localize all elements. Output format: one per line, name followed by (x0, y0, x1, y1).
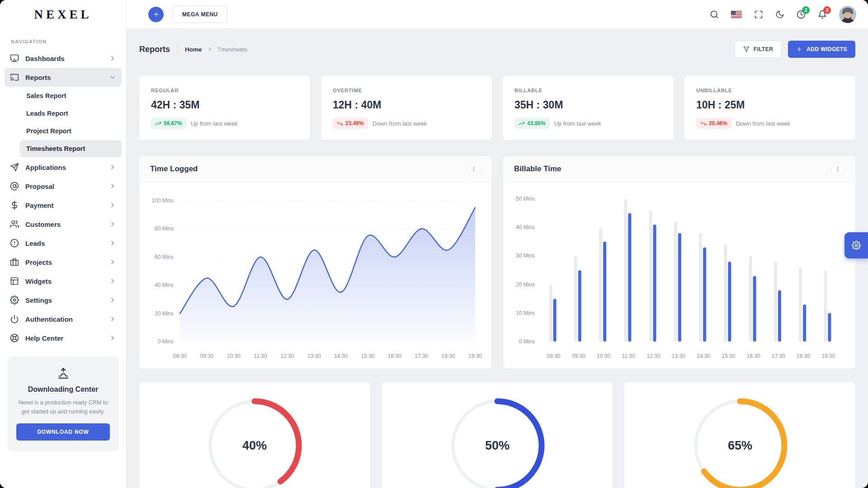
y-axis-tick: 40 Mins (516, 224, 535, 230)
search-icon[interactable] (710, 10, 719, 19)
bar-blue (553, 299, 557, 342)
sidebar-item-reports[interactable]: Reports (5, 68, 122, 87)
sidebar-item-widgets[interactable]: Widgets (5, 272, 122, 291)
download-now-button[interactable]: DOWNLOAD NOW (16, 423, 110, 441)
stat-delta-value: 43.85% (527, 120, 546, 127)
chevron-right-icon (109, 315, 116, 323)
kebab-menu-icon (471, 166, 477, 172)
bell-icon[interactable]: 3 (818, 10, 827, 19)
notifications-badge: 3 (823, 6, 831, 14)
x-axis-tick: 17:30 (772, 353, 785, 359)
x-axis-tick: 16:30 (747, 353, 760, 359)
stat-note: Down from last week (736, 120, 791, 127)
filter-icon (743, 46, 750, 52)
donut-chart: 40% (204, 395, 305, 488)
y-axis-tick: 10 Mins (516, 310, 535, 316)
sidebar-nav: DashboardsReportsSales ReportLeads Repor… (0, 49, 126, 347)
app-screen: NEXEL NAVIGATION DashboardsReportsSales … (0, 0, 868, 488)
filter-button[interactable]: FILTER (735, 41, 782, 58)
trending-down-icon (337, 121, 343, 127)
header-divider (177, 45, 178, 54)
billable-time-title: Billable Time (514, 164, 561, 174)
sidebar-item-help-center[interactable]: Help Center (5, 328, 122, 347)
y-axis-tick: 50 Mins (516, 196, 535, 202)
sidebar-subitem-leads-report[interactable]: Leads Report (20, 105, 122, 122)
stat-card-unbillable: UNBILLABLE10H : 25M20.46%Down from last … (684, 76, 855, 140)
billable-time-card: Billable Time 0 Mins10 Mins20 Mins30 Min… (503, 156, 855, 369)
bar-gray (599, 227, 602, 342)
bar-gray (699, 233, 702, 342)
sidebar-item-projects[interactable]: Projects (5, 253, 122, 272)
stat-card-regular: REGULAR42H : 35M56.67%Up from last week (139, 76, 310, 140)
y-axis-tick: 20 Mins (516, 282, 535, 288)
filter-button-label: FILTER (754, 46, 774, 52)
breadcrumb-home-link[interactable]: Home (185, 46, 202, 53)
quick-add-button[interactable] (148, 7, 164, 22)
theme-customizer-button[interactable] (844, 232, 868, 258)
chevron-right-icon (109, 277, 116, 285)
moon-icon[interactable] (775, 10, 784, 19)
bar-blue (828, 313, 831, 342)
brand-logo-text: NEXEL (34, 8, 92, 22)
bar-gray (649, 210, 652, 342)
time-logged-chart: 0 Mins20 Mins40 Mins60 Mins80 Mins100 Mi… (139, 182, 491, 369)
sidebar-item-proposal[interactable]: Proposal (5, 177, 122, 196)
sidebar-item-applications[interactable]: Applications (5, 158, 122, 177)
y-axis-tick: 30 Mins (516, 253, 535, 259)
sidebar-item-settings[interactable]: Settings (5, 291, 122, 310)
x-axis-tick: 12:30 (647, 353, 660, 359)
add-widgets-label: ADD WIDGETS (807, 46, 847, 52)
x-axis-tick: 15:30 (361, 353, 375, 359)
stat-delta-value: 56.67% (164, 120, 182, 127)
bar-blue (778, 290, 781, 342)
time-logged-area (180, 208, 475, 342)
time-logged-menu-button[interactable] (467, 162, 481, 176)
chevron-right-icon (109, 183, 116, 190)
sidebar-item-authentication[interactable]: Authentication (5, 310, 122, 328)
stat-note: Down from last week (373, 120, 427, 127)
x-axis-tick: 11:30 (254, 353, 267, 359)
stat-footer: 43.85%Up from last week (514, 118, 662, 129)
gear-icon (10, 296, 19, 305)
stat-label: OVERTIME (333, 88, 480, 93)
stat-footer: 23.49%Down from last week (333, 118, 480, 129)
sidebar-subitem-sales-report[interactable]: Sales Report (20, 87, 122, 104)
chevron-right-icon (109, 164, 116, 171)
clock-icon[interactable]: 2 (797, 10, 806, 19)
trending-down-icon (700, 121, 706, 127)
x-axis-tick: 18:30 (442, 353, 455, 359)
sidebar-item-dashboards[interactable]: Dashboards (5, 49, 122, 68)
sidebar-item-leads[interactable]: Leads (5, 234, 122, 253)
user-avatar[interactable] (839, 6, 856, 23)
billable-time-menu-button[interactable] (831, 162, 844, 176)
briefcase-icon (10, 258, 19, 267)
x-axis-tick: 09:30 (200, 353, 213, 359)
download-center-card: Downloading Center Nexel is a production… (7, 357, 119, 451)
x-axis-tick: 08:30 (547, 353, 561, 359)
donut-percentage-label: 50% (485, 439, 509, 452)
sidebar-item-payment[interactable]: Payment (5, 196, 122, 215)
sidebar-subitem-project-report[interactable]: Project Report (20, 122, 122, 140)
dollar-icon (10, 201, 19, 210)
sidebar-item-label: Settings (25, 296, 103, 304)
billable-time-chart: 0 Mins10 Mins20 Mins30 Mins40 Mins50 Min… (503, 182, 855, 369)
sidebar-item-customers[interactable]: Customers (5, 215, 122, 234)
x-axis-tick: 10:30 (597, 353, 610, 359)
us-flag-icon[interactable] (731, 11, 742, 18)
bar-blue (628, 213, 631, 342)
x-axis-tick: 16:30 (388, 353, 401, 359)
chevron-right-icon (109, 239, 116, 247)
stat-delta-badge: 56.67% (151, 118, 186, 129)
chevron-right-icon (109, 334, 116, 342)
topbar-right: 23 (710, 6, 856, 23)
brand-logo[interactable]: NEXEL (0, 0, 126, 29)
chevron-right-icon (109, 296, 116, 304)
stat-value: 12H : 40M (333, 99, 480, 111)
bar-blue (753, 276, 756, 342)
sidebar-subitem-timesheets-report[interactable]: Timesheets Report (20, 140, 122, 157)
page-title: Reports (139, 45, 170, 54)
send-icon (10, 163, 19, 172)
fullscreen-icon[interactable] (754, 10, 763, 19)
mega-menu-button[interactable]: MEGA MENU (173, 6, 227, 23)
add-widgets-button[interactable]: ADD WIDGETS (788, 41, 855, 58)
